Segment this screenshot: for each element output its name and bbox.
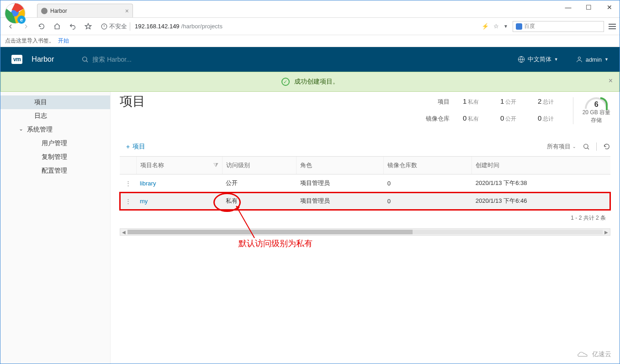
chrome-logo-icon: e bbox=[4, 2, 26, 24]
window-controls: — ☐ ✕ bbox=[558, 0, 620, 14]
table-row[interactable]: ⋮library公开项目管理员02020/1/13 下午6:38 bbox=[120, 174, 610, 192]
check-circle-icon: ✓ bbox=[281, 78, 290, 86]
chevron-down-icon: ▼ bbox=[554, 57, 558, 62]
stat-projects-label: 项目 bbox=[426, 98, 450, 106]
chevron-down-icon: ⌄ bbox=[572, 144, 576, 149]
annotation-text: 默认访问级别为私有 bbox=[238, 238, 313, 249]
yisu-watermark: 亿速云 bbox=[577, 350, 611, 359]
user-menu[interactable]: admin ▼ bbox=[576, 56, 609, 63]
cell-repos: 0 bbox=[384, 192, 472, 210]
filter-icon[interactable]: ⧩ bbox=[213, 162, 218, 169]
window-maximize-button[interactable]: ☐ bbox=[578, 0, 599, 14]
project-link[interactable]: my bbox=[140, 198, 148, 205]
stat-repos-label: 镜像仓库 bbox=[426, 115, 450, 123]
insecure-badge: 不安全 bbox=[101, 22, 130, 31]
reload-button[interactable] bbox=[35, 20, 48, 33]
cell-repos: 0 bbox=[384, 174, 472, 192]
baidu-search-input[interactable]: 百度 bbox=[513, 21, 604, 32]
window-minimize-button[interactable]: — bbox=[558, 0, 578, 14]
horizontal-scrollbar[interactable]: ◀ ▶ bbox=[120, 228, 610, 236]
cell-role: 项目管理员 bbox=[297, 174, 384, 192]
sidebar-item-replication[interactable]: 复制管理 bbox=[0, 150, 110, 164]
banner-close-button[interactable]: × bbox=[609, 77, 613, 85]
svg-line-9 bbox=[236, 206, 254, 238]
svg-point-5 bbox=[83, 57, 87, 61]
scroll-thumb[interactable] bbox=[127, 230, 413, 234]
baidu-icon bbox=[516, 23, 522, 30]
harbor-header: vm Harbor 中文简体 ▼ admin ▼ bbox=[0, 47, 620, 72]
refresh-icon[interactable] bbox=[603, 143, 610, 150]
col-access[interactable]: 访问级别 bbox=[222, 157, 297, 174]
main-content: 项目 项目 1私有 1公开 2总计 镜像仓库 0私有 0公开 0总计 bbox=[110, 92, 620, 364]
bookmark-hint: 点击这里导入书签。 bbox=[5, 37, 54, 45]
svg-point-7 bbox=[578, 57, 580, 59]
chevron-down-icon: ▼ bbox=[604, 57, 609, 62]
harbor-search[interactable] bbox=[81, 56, 211, 63]
sidebar-group-sysadmin[interactable]: 系统管理 bbox=[0, 123, 110, 137]
annotation-arrow bbox=[236, 206, 264, 243]
gauge-arc-icon bbox=[585, 97, 608, 109]
storage-gauge: 6 20 GB 容量 存储 bbox=[573, 97, 610, 124]
sidebar-item-projects[interactable]: 项目 bbox=[0, 95, 110, 109]
search-icon bbox=[81, 56, 89, 63]
filter-all-projects[interactable]: 所有项目 ⌄ bbox=[547, 142, 576, 151]
stats-panel: 项目 1私有 1公开 2总计 镜像仓库 0私有 0公开 0总计 6 bbox=[426, 92, 610, 124]
row-actions-icon[interactable]: ⋮ bbox=[120, 192, 136, 210]
star-icon[interactable]: ☆ bbox=[493, 23, 499, 30]
bookmark-start-link[interactable]: 开始 bbox=[58, 37, 69, 45]
scroll-right-icon[interactable]: ▶ bbox=[603, 230, 610, 235]
cell-role: 项目管理员 bbox=[297, 192, 384, 210]
svg-point-8 bbox=[584, 144, 588, 148]
scroll-left-icon[interactable]: ◀ bbox=[120, 230, 127, 235]
sidebar-item-logs[interactable]: 日志 bbox=[0, 109, 110, 123]
url-host: 192.168.142.149 bbox=[135, 23, 180, 30]
bookmark-bar: 点击这里导入书签。 开始 bbox=[0, 35, 620, 47]
tab-title: Harbor bbox=[50, 8, 67, 14]
banner-message: 成功创建项目。 bbox=[294, 78, 339, 86]
undo-nav-button[interactable] bbox=[66, 20, 79, 33]
home-button[interactable] bbox=[51, 20, 64, 33]
harbor-brand: Harbor bbox=[32, 55, 54, 63]
page-title: 项目 bbox=[120, 92, 145, 110]
cell-created: 2020/1/13 下午6:46 bbox=[472, 192, 610, 210]
sidebar-item-user-mgmt[interactable]: 用户管理 bbox=[0, 137, 110, 150]
language-selector[interactable]: 中文简体 ▼ bbox=[518, 55, 558, 63]
browser-tab[interactable]: Harbor × bbox=[37, 4, 133, 17]
chevron-down-icon[interactable]: ▼ bbox=[503, 24, 508, 29]
sidebar: 项目 日志 系统管理 用户管理 复制管理 配置管理 bbox=[0, 92, 110, 364]
plus-icon: + bbox=[126, 143, 130, 150]
user-icon bbox=[576, 56, 583, 63]
globe-icon bbox=[518, 56, 525, 63]
search-icon[interactable] bbox=[583, 143, 590, 150]
col-created[interactable]: 创建时间 bbox=[472, 157, 610, 174]
window-close-button[interactable]: ✕ bbox=[599, 0, 620, 14]
flash-icon[interactable]: ⚡ bbox=[482, 23, 489, 30]
cell-created: 2020/1/13 下午6:38 bbox=[472, 174, 610, 192]
table-footer: 1 - 2 共计 2 条 bbox=[120, 210, 610, 226]
address-bar: 不安全 192.168.142.149/harbor/projects ⚡ ☆ … bbox=[0, 18, 620, 35]
bookmark-star-icon[interactable] bbox=[82, 20, 95, 33]
sidebar-item-config[interactable]: 配置管理 bbox=[0, 164, 110, 178]
project-link[interactable]: library bbox=[140, 180, 156, 187]
url-input[interactable]: 不安全 192.168.142.149/harbor/projects bbox=[97, 20, 479, 33]
vmware-logo-icon: vm bbox=[11, 55, 22, 64]
row-actions-icon[interactable]: ⋮ bbox=[120, 174, 136, 192]
browser-menu-button[interactable] bbox=[609, 22, 616, 31]
success-banner: ✓ 成功创建项目。 × bbox=[0, 72, 620, 92]
col-name[interactable]: 项目名称 bbox=[140, 161, 164, 169]
tab-close-icon[interactable]: × bbox=[125, 7, 129, 15]
new-project-button[interactable]: + 项目 bbox=[120, 142, 145, 151]
projects-table: 项目名称⧩ 访问级别 角色 镜像仓库数 创建时间 ⋮library公开项目管理员… bbox=[120, 156, 610, 226]
tab-favicon-icon bbox=[41, 8, 48, 14]
cell-access: 公开 bbox=[222, 174, 297, 192]
url-path: /harbor/projects bbox=[181, 23, 223, 30]
tab-strip: e Harbor × — ☐ ✕ bbox=[0, 0, 620, 18]
col-repos[interactable]: 镜像仓库数 bbox=[384, 157, 472, 174]
table-row[interactable]: ⋮my私有项目管理员02020/1/13 下午6:46 bbox=[120, 192, 610, 210]
col-role[interactable]: 角色 bbox=[297, 157, 384, 174]
harbor-search-input[interactable] bbox=[92, 56, 211, 63]
svg-text:e: e bbox=[20, 17, 23, 22]
